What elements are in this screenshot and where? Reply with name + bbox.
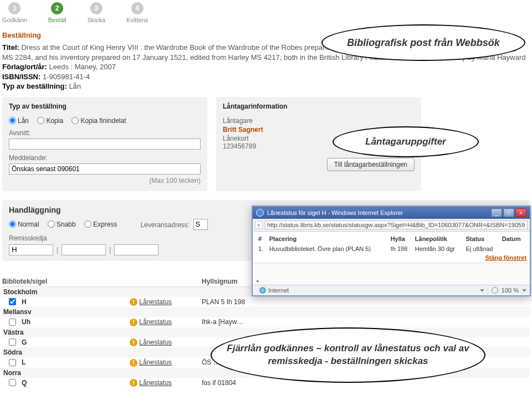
maximize-button[interactable]: □ (503, 208, 514, 217)
globe-icon (259, 287, 266, 294)
close-button[interactable]: × (515, 208, 526, 217)
minimize-button[interactable]: _ (491, 208, 502, 217)
callout-biblio: Bibliografisk post från Webbsök (321, 24, 525, 61)
popup-scroll-area[interactable] (253, 263, 530, 285)
info-icon[interactable]: ! (130, 359, 137, 367)
callout-fjarrlan: Fjärrlån godkännes – kontroll av lånesta… (211, 327, 485, 383)
holding-row: Q! Lånestatusfos if 01804 (2, 378, 530, 388)
loan-status-link[interactable]: Lånestatus (139, 318, 172, 326)
radio-express[interactable]: Express (84, 221, 117, 228)
holding-row: Uh! LånestatusIhk-a [Hayw… (2, 317, 530, 327)
popup-titlebar[interactable]: Lånestatus för sigel H - Windows Interne… (253, 207, 530, 219)
leverans-input[interactable] (193, 219, 208, 230)
loan-status-popup: Lånestatus för sigel H - Windows Interne… (252, 206, 531, 296)
radio-kopia[interactable]: Kopia (37, 117, 63, 125)
holding-checkbox[interactable] (9, 379, 16, 386)
avsnitt-input[interactable] (9, 139, 201, 150)
step-indicator: 1 Godkänn 2 Beställ 3 Skicka 4 Kvittens (0, 0, 532, 29)
meddelande-input[interactable] (9, 163, 201, 175)
zoom-level[interactable]: 100 % (502, 287, 519, 294)
radio-lan[interactable]: Lån (9, 117, 29, 125)
address-bar[interactable]: http://status.libris.kb.se/status/status… (265, 221, 528, 229)
region-header: Mellansv (2, 307, 530, 317)
step-4: 4 Kvittens (126, 2, 148, 23)
holding-checkbox[interactable] (9, 339, 16, 346)
close-window-link[interactable]: Stäng fönstret (485, 254, 526, 261)
step-1: 1 Godkänn (2, 2, 27, 23)
zoom-icon (492, 287, 498, 294)
favicon-icon: e (255, 221, 263, 229)
info-icon[interactable]: ! (130, 298, 137, 306)
info-icon[interactable]: ! (130, 379, 137, 387)
holding-row: H! LånestatusPLAN 5 Ih 198 (2, 297, 530, 307)
status-table: # Placering Hylla Lånepolitik Status Dat… (256, 234, 526, 254)
remiss-input-3[interactable] (114, 244, 158, 255)
radio-snabb[interactable]: Snabb (48, 221, 76, 228)
table-row: 1. Huvudbiblioteket. Övre plan (PLAN 5) … (256, 244, 526, 254)
remiss-input-2[interactable] (62, 244, 106, 255)
holding-checkbox[interactable] (9, 319, 16, 326)
info-icon[interactable]: ! (130, 339, 137, 346)
ordertype-panel: Typ av beställning Lån Kopia Kopia finin… (2, 97, 207, 191)
radio-kopia-fin[interactable]: Kopia finindelat (71, 117, 126, 125)
ie-icon (256, 209, 264, 217)
step-2: 2 Beställ (48, 2, 66, 23)
loan-status-link[interactable]: Lånestatus (139, 339, 172, 346)
remiss-input-1[interactable] (9, 244, 53, 255)
callout-borrower: Låntagaruppgifter (332, 126, 479, 157)
info-icon[interactable]: ! (130, 319, 137, 326)
loan-status-link[interactable]: Lånestatus (139, 298, 172, 306)
loan-status-link[interactable]: Lånestatus (139, 358, 172, 366)
radio-normal[interactable]: Normal (9, 221, 39, 228)
to-borrower-order-button[interactable]: Till låntagarbeställningen (327, 158, 415, 171)
holding-checkbox[interactable] (9, 298, 16, 305)
step-3: 3 Skicka (88, 2, 105, 23)
holding-checkbox[interactable] (9, 359, 16, 366)
loan-status-link[interactable]: Lånestatus (139, 379, 172, 387)
